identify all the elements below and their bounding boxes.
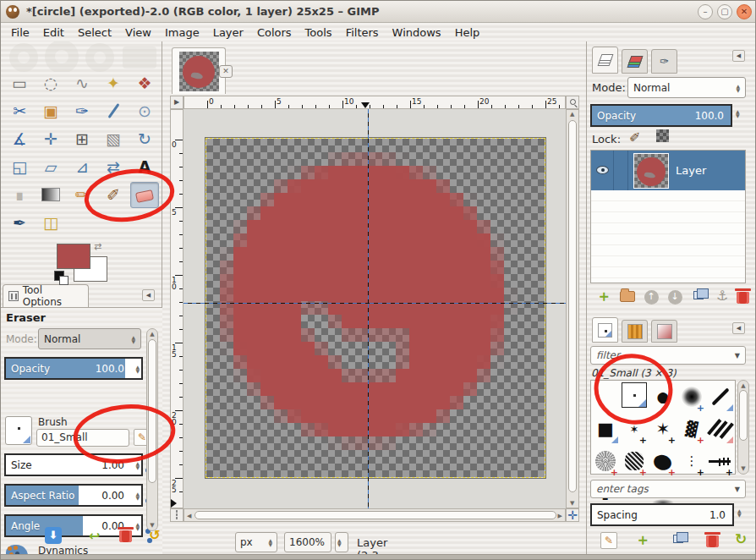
- brush-grid[interactable]: ●+■✶+✶+▓+++●+⋮++▮: [590, 380, 736, 475]
- tool-align[interactable]: ⊞: [68, 126, 96, 152]
- layer-row[interactable]: Layer: [591, 151, 745, 190]
- brush-line[interactable]: +: [706, 445, 735, 477]
- duplicate-brush-icon[interactable]: [668, 530, 688, 549]
- brush-square[interactable]: ■: [591, 413, 620, 445]
- brush-fuzzy[interactable]: +: [677, 381, 706, 413]
- brush-noise[interactable]: +: [620, 445, 649, 477]
- lower-layer-icon[interactable]: ↓: [665, 287, 685, 305]
- layer-opacity-spinner[interactable]: ▲▼: [736, 109, 740, 118]
- brush-slash[interactable]: [706, 381, 735, 413]
- menu-edit[interactable]: Edit: [36, 25, 71, 41]
- brush-grid-scrollbar[interactable]: ▲ ▼: [737, 380, 749, 475]
- layer-list[interactable]: Layer: [590, 150, 746, 283]
- layer-mode-select[interactable]: Normal ▲▼: [627, 77, 746, 98]
- ruler-corner-menu-icon[interactable]: ▶: [170, 96, 184, 109]
- maximize-button[interactable]: ▢: [717, 4, 732, 19]
- navigation-icon[interactable]: ✛: [566, 508, 579, 522]
- menu-layer[interactable]: Layer: [206, 25, 250, 41]
- tool-perspective[interactable]: ⊿: [68, 154, 96, 180]
- tool-color-picker[interactable]: [99, 98, 128, 124]
- title-bar[interactable]: *[circle] (exported)-2.0 (RGB color, 1 l…: [1, 1, 756, 23]
- brush-tags-input[interactable]: enter tags▼: [590, 480, 746, 498]
- tab-patterns[interactable]: [622, 320, 648, 343]
- brush-dot-circle[interactable]: ●: [649, 381, 677, 413]
- foreground-color-swatch[interactable]: [57, 244, 90, 269]
- duplicate-layer-icon[interactable]: [688, 287, 709, 305]
- brush-01_small[interactable]: [620, 381, 649, 413]
- close-image-tab-icon[interactable]: ✕: [219, 65, 233, 78]
- aspect-ratio-slider[interactable]: Aspect Ratio 0.00 ▲▼: [4, 484, 143, 507]
- tab-layers[interactable]: [592, 47, 618, 74]
- tool-rotate[interactable]: ↻: [130, 126, 159, 152]
- reset-tool-options-icon[interactable]: ↺: [146, 527, 163, 544]
- tab-paths[interactable]: ✑: [651, 49, 677, 74]
- menu-colors[interactable]: Colors: [250, 25, 299, 41]
- swap-colors-icon[interactable]: ⇄: [94, 241, 101, 252]
- zoom-follow-window-icon[interactable]: [566, 96, 579, 109]
- size-field[interactable]: Size 1.00 ▲▼: [4, 453, 143, 476]
- tool-measure[interactable]: ∡: [5, 126, 34, 152]
- brush-dots[interactable]: ⋮+: [677, 445, 706, 477]
- brush-preview[interactable]: [5, 416, 32, 445]
- opacity-slider[interactable]: Opacity 100.0 ▲▼: [4, 357, 143, 380]
- menu-select[interactable]: Select: [71, 25, 118, 41]
- tab-gradients[interactable]: [651, 320, 677, 343]
- tool-options-scrollbar[interactable]: ▲ ▼: [146, 328, 158, 531]
- tool-clone[interactable]: ◫: [36, 210, 65, 236]
- brush-filter-input[interactable]: filter▼: [590, 346, 746, 365]
- collapse-brushes-dock-icon[interactable]: ◀: [732, 322, 745, 334]
- restore-tool-preset-icon[interactable]: ↩: [89, 528, 100, 544]
- anchor-layer-icon[interactable]: ⚓: [712, 287, 732, 305]
- tab-tool-options[interactable]: Tool Options: [3, 284, 89, 307]
- tool-bucket-fill[interactable]: ∎: [5, 182, 34, 208]
- layer-name[interactable]: Layer: [676, 164, 706, 177]
- tool-select-by-color[interactable]: ❖: [130, 70, 159, 96]
- new-layer-group-icon[interactable]: [617, 287, 638, 305]
- tool-scissors[interactable]: ✂: [5, 98, 34, 124]
- tool-foreground-select[interactable]: ▣: [36, 98, 65, 124]
- menu-help[interactable]: Help: [448, 25, 487, 41]
- tool-free-select[interactable]: ∿: [68, 70, 96, 96]
- canvas-viewport[interactable]: [184, 109, 566, 508]
- collapse-left-dock-icon[interactable]: ◀: [142, 289, 155, 301]
- tool-scale[interactable]: ◱: [5, 154, 34, 180]
- brush-grunge[interactable]: ▓+: [677, 413, 706, 445]
- menu-tools[interactable]: Tools: [299, 25, 339, 41]
- unit-select[interactable]: px ▲▼: [235, 532, 277, 552]
- delete-brush-icon[interactable]: [702, 532, 722, 551]
- raise-layer-icon[interactable]: ↑: [641, 287, 661, 305]
- tool-gradient[interactable]: [36, 182, 65, 208]
- delete-tool-preset-icon[interactable]: [119, 527, 132, 542]
- tool-flip[interactable]: ⇄: [99, 154, 128, 180]
- quick-mask-toggle-icon[interactable]: [170, 508, 184, 522]
- menu-filters[interactable]: Filters: [339, 25, 386, 41]
- vertical-scrollbar[interactable]: ▲ ▼: [566, 109, 579, 508]
- tool-move[interactable]: ✛: [36, 126, 65, 152]
- tool-paintbrush[interactable]: ✐: [99, 182, 128, 208]
- tab-brushes[interactable]: [592, 317, 618, 343]
- tool-rectangle-select[interactable]: ▭: [5, 70, 34, 96]
- collapse-right-dock-icon[interactable]: ◀: [732, 50, 745, 62]
- tool-shear[interactable]: ▱: [36, 154, 65, 180]
- zoom-spinner[interactable]: ▲▼: [335, 532, 348, 552]
- canvas-layer[interactable]: [206, 139, 545, 477]
- layer-opacity-slider[interactable]: Opacity 100.0: [590, 104, 732, 127]
- delete-layer-icon[interactable]: [732, 288, 753, 307]
- save-tool-preset-icon[interactable]: ⬇: [45, 527, 62, 544]
- brush-blank[interactable]: [591, 381, 620, 413]
- tab-channels[interactable]: [622, 49, 648, 74]
- tool-ellipse-select[interactable]: ◌: [36, 70, 65, 96]
- edit-brush-button-icon[interactable]: ✎: [600, 532, 617, 549]
- zoom-level-field[interactable]: 1600%: [284, 532, 331, 552]
- lock-pixels-icon[interactable]: ✐: [629, 129, 640, 145]
- eraser-mode-select[interactable]: Normal ▲▼: [38, 328, 141, 349]
- brush-blob[interactable]: ●+: [649, 445, 677, 477]
- layer-visibility-icon[interactable]: [596, 166, 609, 174]
- brush-name-field[interactable]: 01_Small: [36, 429, 129, 447]
- minimize-button[interactable]: –: [698, 4, 713, 19]
- tool-eraser[interactable]: [130, 182, 159, 208]
- tool-text[interactable]: A: [130, 154, 159, 180]
- brush-spacing-spinner[interactable]: ▲▼: [737, 508, 742, 517]
- brush-chalk[interactable]: +: [591, 445, 620, 477]
- menu-image[interactable]: Image: [158, 25, 206, 41]
